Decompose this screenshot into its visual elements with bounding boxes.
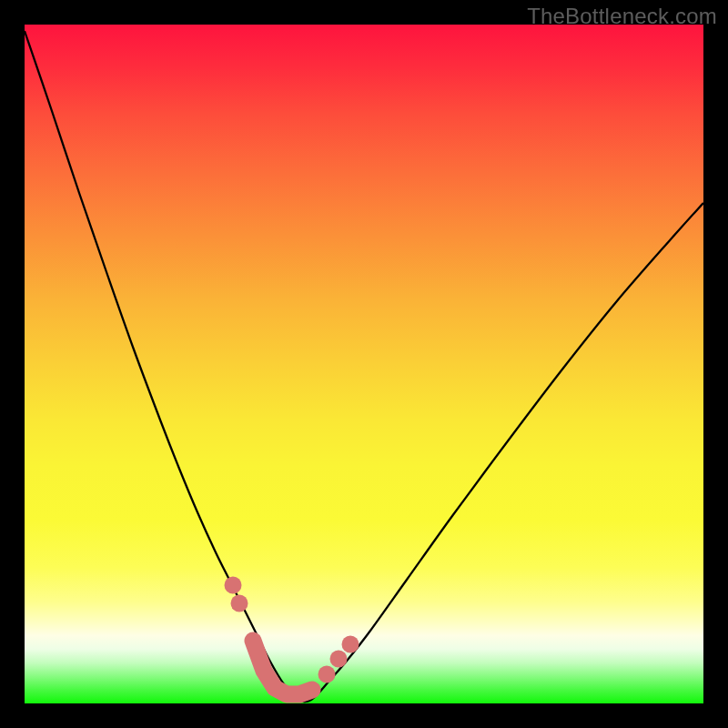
right-dot-mid [330, 651, 348, 668]
left-dot-lower [231, 595, 248, 612]
right-dot-upper [342, 636, 359, 653]
markers-group [225, 577, 359, 695]
plot-area [25, 25, 703, 703]
bottleneck-curve [25, 31, 703, 702]
chart-svg [25, 25, 703, 703]
watermark-text: TheBottleneck.com [527, 4, 717, 29]
right-dot-lower [318, 666, 336, 683]
valley-bar [253, 641, 312, 694]
left-dot-upper [225, 577, 242, 594]
outer-frame: TheBottleneck.com [0, 0, 728, 728]
